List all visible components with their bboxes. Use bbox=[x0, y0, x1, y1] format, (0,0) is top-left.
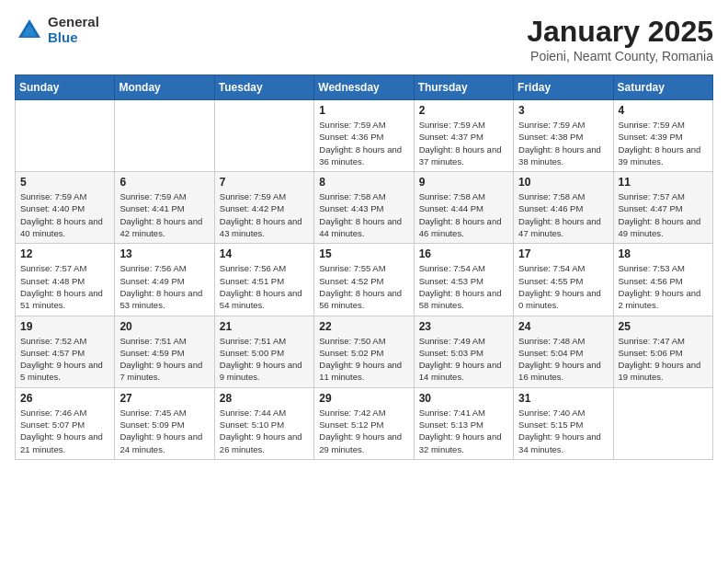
logo-blue: Blue bbox=[48, 30, 99, 46]
calendar-cell: 15Sunrise: 7:55 AM Sunset: 4:52 PM Dayli… bbox=[314, 244, 414, 316]
day-number: 28 bbox=[220, 392, 309, 405]
day-info: Sunrise: 7:50 AM Sunset: 5:02 PM Dayligh… bbox=[319, 335, 408, 384]
calendar-cell bbox=[214, 100, 313, 172]
calendar-cell: 13Sunrise: 7:56 AM Sunset: 4:49 PM Dayli… bbox=[115, 244, 214, 316]
day-number: 5 bbox=[20, 176, 109, 189]
day-info: Sunrise: 7:42 AM Sunset: 5:12 PM Dayligh… bbox=[319, 407, 408, 455]
calendar-cell: 17Sunrise: 7:54 AM Sunset: 4:55 PM Dayli… bbox=[514, 244, 613, 316]
day-number: 1 bbox=[319, 104, 408, 117]
calendar-cell: 19Sunrise: 7:52 AM Sunset: 4:57 PM Dayli… bbox=[16, 316, 115, 387]
day-number: 17 bbox=[518, 247, 608, 260]
day-info: Sunrise: 7:52 AM Sunset: 4:57 PM Dayligh… bbox=[20, 335, 109, 384]
day-number: 24 bbox=[518, 320, 608, 333]
day-info: Sunrise: 7:45 AM Sunset: 5:09 PM Dayligh… bbox=[119, 407, 209, 455]
calendar-cell: 24Sunrise: 7:48 AM Sunset: 5:04 PM Dayli… bbox=[514, 316, 613, 387]
calendar-cell: 18Sunrise: 7:53 AM Sunset: 4:56 PM Dayli… bbox=[613, 244, 712, 316]
calendar-cell: 1Sunrise: 7:59 AM Sunset: 4:36 PM Daylig… bbox=[314, 100, 414, 172]
day-number: 26 bbox=[20, 392, 109, 405]
day-number: 11 bbox=[619, 176, 708, 189]
day-info: Sunrise: 7:58 AM Sunset: 4:44 PM Dayligh… bbox=[419, 190, 508, 239]
calendar-cell: 3Sunrise: 7:59 AM Sunset: 4:38 PM Daylig… bbox=[514, 100, 613, 172]
day-info: Sunrise: 7:46 AM Sunset: 5:07 PM Dayligh… bbox=[20, 407, 109, 455]
day-number: 29 bbox=[319, 392, 408, 405]
day-number: 23 bbox=[419, 320, 508, 333]
day-number: 21 bbox=[220, 320, 309, 333]
day-info: Sunrise: 7:44 AM Sunset: 5:10 PM Dayligh… bbox=[220, 407, 309, 455]
day-info: Sunrise: 7:59 AM Sunset: 4:39 PM Dayligh… bbox=[619, 119, 708, 167]
calendar-cell: 5Sunrise: 7:59 AM Sunset: 4:40 PM Daylig… bbox=[16, 172, 115, 244]
calendar-cell: 22Sunrise: 7:50 AM Sunset: 5:02 PM Dayli… bbox=[314, 316, 414, 387]
day-info: Sunrise: 7:51 AM Sunset: 4:59 PM Dayligh… bbox=[119, 335, 209, 384]
calendar-cell: 30Sunrise: 7:41 AM Sunset: 5:13 PM Dayli… bbox=[414, 387, 513, 459]
day-info: Sunrise: 7:54 AM Sunset: 4:55 PM Dayligh… bbox=[518, 262, 608, 311]
day-number: 25 bbox=[619, 320, 708, 333]
calendar-cell: 11Sunrise: 7:57 AM Sunset: 4:47 PM Dayli… bbox=[613, 172, 712, 244]
calendar-cell: 9Sunrise: 7:58 AM Sunset: 4:44 PM Daylig… bbox=[414, 172, 513, 244]
day-info: Sunrise: 7:51 AM Sunset: 5:00 PM Dayligh… bbox=[220, 335, 309, 384]
day-number: 10 bbox=[518, 176, 608, 189]
calendar-cell: 31Sunrise: 7:40 AM Sunset: 5:15 PM Dayli… bbox=[514, 387, 613, 459]
day-info: Sunrise: 7:40 AM Sunset: 5:15 PM Dayligh… bbox=[518, 407, 608, 455]
day-number: 27 bbox=[119, 392, 209, 405]
day-info: Sunrise: 7:53 AM Sunset: 4:56 PM Dayligh… bbox=[619, 262, 708, 311]
day-info: Sunrise: 7:41 AM Sunset: 5:13 PM Dayligh… bbox=[419, 407, 508, 455]
calendar-week-row: 1Sunrise: 7:59 AM Sunset: 4:36 PM Daylig… bbox=[16, 100, 713, 172]
calendar-cell: 8Sunrise: 7:58 AM Sunset: 4:43 PM Daylig… bbox=[314, 172, 414, 244]
calendar-cell bbox=[115, 100, 214, 172]
day-info: Sunrise: 7:55 AM Sunset: 4:52 PM Dayligh… bbox=[319, 262, 408, 311]
day-info: Sunrise: 7:59 AM Sunset: 4:38 PM Dayligh… bbox=[518, 119, 608, 167]
day-info: Sunrise: 7:49 AM Sunset: 5:03 PM Dayligh… bbox=[419, 335, 508, 384]
day-number: 13 bbox=[119, 247, 209, 260]
calendar-cell bbox=[613, 387, 712, 459]
day-info: Sunrise: 7:59 AM Sunset: 4:42 PM Dayligh… bbox=[220, 190, 309, 239]
day-info: Sunrise: 7:57 AM Sunset: 4:47 PM Dayligh… bbox=[619, 190, 708, 239]
page-header: General Blue January 2025 Poieni, Neamt … bbox=[15, 15, 713, 63]
calendar-cell: 20Sunrise: 7:51 AM Sunset: 4:59 PM Dayli… bbox=[115, 316, 214, 387]
day-number: 15 bbox=[319, 247, 408, 260]
calendar-cell: 6Sunrise: 7:59 AM Sunset: 4:41 PM Daylig… bbox=[115, 172, 214, 244]
calendar-cell: 29Sunrise: 7:42 AM Sunset: 5:12 PM Dayli… bbox=[314, 387, 414, 459]
day-info: Sunrise: 7:59 AM Sunset: 4:37 PM Dayligh… bbox=[419, 119, 508, 167]
calendar-cell bbox=[16, 100, 115, 172]
day-info: Sunrise: 7:59 AM Sunset: 4:41 PM Dayligh… bbox=[119, 190, 209, 239]
day-number: 31 bbox=[518, 392, 608, 405]
calendar-cell: 21Sunrise: 7:51 AM Sunset: 5:00 PM Dayli… bbox=[214, 316, 313, 387]
calendar-cell: 16Sunrise: 7:54 AM Sunset: 4:53 PM Dayli… bbox=[414, 244, 513, 316]
title-block: January 2025 Poieni, Neamt County, Roman… bbox=[527, 15, 713, 63]
calendar-cell: 23Sunrise: 7:49 AM Sunset: 5:03 PM Dayli… bbox=[414, 316, 513, 387]
day-of-week-header: Monday bbox=[115, 75, 214, 100]
day-info: Sunrise: 7:47 AM Sunset: 5:06 PM Dayligh… bbox=[619, 335, 708, 384]
calendar-cell: 4Sunrise: 7:59 AM Sunset: 4:39 PM Daylig… bbox=[613, 100, 712, 172]
day-of-week-header: Saturday bbox=[613, 75, 712, 100]
day-info: Sunrise: 7:54 AM Sunset: 4:53 PM Dayligh… bbox=[419, 262, 508, 311]
calendar-cell: 28Sunrise: 7:44 AM Sunset: 5:10 PM Dayli… bbox=[214, 387, 313, 459]
day-number: 20 bbox=[119, 320, 209, 333]
logo: General Blue bbox=[15, 15, 99, 45]
location: Poieni, Neamt County, Romania bbox=[527, 49, 713, 63]
logo-text: General Blue bbox=[48, 15, 99, 45]
day-info: Sunrise: 7:59 AM Sunset: 4:40 PM Dayligh… bbox=[20, 190, 109, 239]
calendar-table: SundayMondayTuesdayWednesdayThursdayFrid… bbox=[15, 75, 713, 460]
logo-general: General bbox=[48, 15, 99, 30]
calendar-cell: 27Sunrise: 7:45 AM Sunset: 5:09 PM Dayli… bbox=[115, 387, 214, 459]
day-number: 7 bbox=[220, 176, 309, 189]
day-of-week-header: Tuesday bbox=[214, 75, 313, 100]
calendar-week-row: 5Sunrise: 7:59 AM Sunset: 4:40 PM Daylig… bbox=[16, 172, 713, 244]
day-number: 14 bbox=[220, 247, 309, 260]
day-info: Sunrise: 7:56 AM Sunset: 4:51 PM Dayligh… bbox=[220, 262, 309, 311]
day-number: 2 bbox=[419, 104, 508, 117]
calendar-cell: 10Sunrise: 7:58 AM Sunset: 4:46 PM Dayli… bbox=[514, 172, 613, 244]
day-number: 9 bbox=[419, 176, 508, 189]
day-number: 12 bbox=[20, 247, 109, 260]
day-info: Sunrise: 7:56 AM Sunset: 4:49 PM Dayligh… bbox=[119, 262, 209, 311]
calendar-cell: 12Sunrise: 7:57 AM Sunset: 4:48 PM Dayli… bbox=[16, 244, 115, 316]
day-number: 30 bbox=[419, 392, 508, 405]
day-info: Sunrise: 7:48 AM Sunset: 5:04 PM Dayligh… bbox=[518, 335, 608, 384]
day-number: 18 bbox=[619, 247, 708, 260]
calendar-cell: 14Sunrise: 7:56 AM Sunset: 4:51 PM Dayli… bbox=[214, 244, 313, 316]
day-number: 8 bbox=[319, 176, 408, 189]
day-number: 4 bbox=[619, 104, 708, 117]
month-title: January 2025 bbox=[527, 15, 713, 49]
day-of-week-header: Sunday bbox=[16, 75, 115, 100]
calendar-cell: 7Sunrise: 7:59 AM Sunset: 4:42 PM Daylig… bbox=[214, 172, 313, 244]
